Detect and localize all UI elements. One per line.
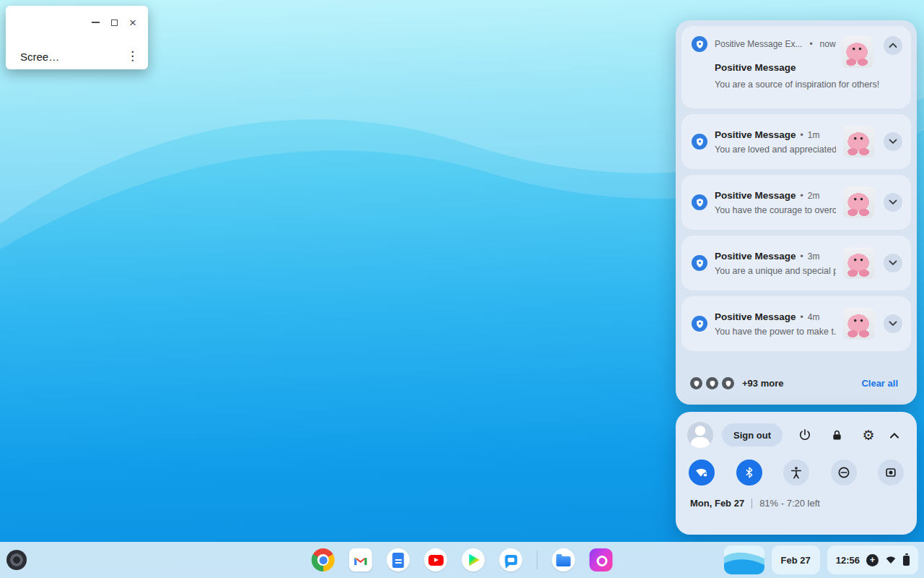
wallpaper-thumbnail — [724, 545, 764, 574]
settings-button[interactable]: ⚙ — [858, 424, 879, 446]
shelf-date-label: Feb 27 — [781, 555, 811, 566]
close-icon: × — [129, 17, 136, 29]
expand-notification-button[interactable] — [884, 254, 902, 272]
notification-body: You have the courage to overc... — [715, 205, 836, 215]
shelf-separator — [537, 551, 538, 569]
chrome-icon — [312, 548, 335, 571]
media-app-icon[interactable] — [590, 548, 613, 571]
do-not-disturb-icon — [837, 465, 851, 480]
notification-separator: • — [801, 312, 803, 322]
gmail-app-icon[interactable] — [349, 548, 372, 571]
notification-time: 1m — [808, 130, 820, 140]
system-tray[interactable]: 12:56 + — [827, 545, 918, 574]
notification-image — [843, 308, 875, 340]
more-notifications-label[interactable]: +93 more — [742, 378, 783, 389]
notification-image — [843, 186, 875, 218]
docs-app-icon[interactable] — [387, 548, 410, 571]
screen-capture-toggle[interactable] — [878, 460, 904, 486]
do-not-disturb-toggle[interactable] — [831, 460, 857, 486]
expand-notification-button[interactable] — [884, 132, 902, 151]
gear-icon: ⚙ — [862, 428, 874, 442]
notification-title: Positive Message — [715, 251, 796, 262]
docs-icon — [387, 548, 410, 571]
notification-card[interactable]: Positive Message • 2m You have the coura… — [681, 175, 911, 230]
shield-icon — [690, 377, 702, 389]
power-icon — [798, 428, 812, 442]
bluetooth-toggle[interactable] — [736, 460, 762, 486]
collapse-quick-settings-button[interactable] — [884, 424, 905, 446]
chevron-up-icon — [889, 432, 899, 439]
chevron-down-icon — [889, 199, 897, 205]
shield-app-icon — [692, 255, 707, 271]
youtube-app-icon[interactable] — [424, 548, 448, 571]
window-menu-button[interactable]: ⋮ — [122, 46, 142, 65]
expand-notification-button[interactable] — [884, 314, 902, 333]
files-app-icon[interactable] — [552, 548, 575, 571]
notification-texts: Positive Message • 4m You have the power… — [715, 311, 836, 337]
maximize-icon — [111, 20, 118, 26]
network-toggle[interactable] — [689, 460, 715, 486]
notification-separator: • — [801, 130, 803, 140]
app-window[interactable]: × Scree… ⋮ — [6, 6, 148, 69]
notification-image — [842, 36, 873, 68]
minimize-button[interactable] — [86, 14, 105, 30]
date-label: Mon, Feb 27 — [690, 498, 744, 509]
battery-status-label: 81% - 7:20 left — [759, 498, 820, 509]
chevron-down-icon — [889, 260, 897, 266]
notification-card[interactable]: Positive Message • 1m You are loved and … — [681, 114, 911, 169]
overflow-app-icons — [690, 377, 734, 389]
notification-image — [843, 126, 875, 158]
expand-notification-button[interactable] — [884, 193, 902, 212]
holding-space-preview[interactable] — [724, 545, 764, 574]
lock-button[interactable] — [826, 424, 847, 446]
shield-app-icon — [692, 36, 707, 52]
play-store-app-icon[interactable] — [462, 548, 485, 571]
clock-label: 12:56 — [836, 555, 860, 566]
wifi-lock-icon — [694, 465, 709, 480]
collapse-notification-button[interactable] — [884, 36, 902, 55]
wifi-icon — [885, 554, 897, 566]
notification-card[interactable]: Positive Message • 4m You have the power… — [681, 296, 911, 351]
quick-settings-toggles — [689, 460, 904, 486]
notification-time: now — [820, 39, 836, 49]
window-title: Scree… — [20, 51, 59, 63]
play-store-icon — [462, 548, 485, 571]
accessibility-toggle[interactable] — [783, 460, 809, 486]
battery-icon — [903, 556, 910, 566]
chat-app-icon[interactable] — [500, 548, 523, 571]
shelf-date-button[interactable]: Feb 27 — [772, 545, 820, 574]
screen-capture-icon — [884, 465, 898, 480]
maximize-button[interactable] — [105, 14, 123, 30]
kebab-icon: ⋮ — [126, 49, 139, 63]
status-area: Feb 27 12:56 + — [724, 545, 918, 574]
notification-body: You are a source of inspiration for othe… — [715, 79, 901, 90]
shield-app-icon — [692, 194, 707, 210]
clear-all-button[interactable]: Clear all — [857, 375, 902, 392]
power-button[interactable] — [794, 424, 816, 446]
chevron-down-icon — [889, 321, 897, 327]
close-button[interactable]: × — [123, 14, 142, 30]
gmail-icon — [349, 548, 372, 571]
notification-center: Positive Message Ex... • now Positive Me… — [676, 20, 917, 405]
notification-separator: • — [801, 251, 803, 262]
quick-settings-panel: Sign out ⚙ — [676, 412, 917, 535]
accessibility-icon — [789, 465, 803, 480]
shield-app-icon — [692, 316, 707, 332]
notification-image — [843, 247, 875, 279]
notification-card-expanded[interactable]: Positive Message Ex... • now Positive Me… — [681, 26, 911, 108]
minimize-icon — [92, 22, 100, 23]
sign-out-button[interactable]: Sign out — [722, 423, 783, 447]
chrome-app-icon[interactable] — [312, 548, 335, 571]
media-icon — [590, 548, 613, 571]
plus-badge-icon: + — [866, 554, 879, 566]
files-icon — [552, 548, 575, 571]
notification-body: You are loved and appreciated! — [715, 144, 836, 155]
launcher-button[interactable] — [6, 550, 27, 570]
quick-settings-status-row: Mon, Feb 27 81% - 7:20 left — [687, 498, 905, 509]
avatar[interactable] — [687, 422, 713, 448]
quick-settings-top-row: Sign out ⚙ — [687, 422, 905, 448]
notification-app-name: Positive Message Ex... — [715, 39, 802, 49]
notification-time: 2m — [808, 191, 820, 201]
notification-card[interactable]: Positive Message • 3m You are a unique a… — [681, 236, 911, 290]
notification-texts: Positive Message • 1m You are loved and … — [715, 129, 836, 155]
